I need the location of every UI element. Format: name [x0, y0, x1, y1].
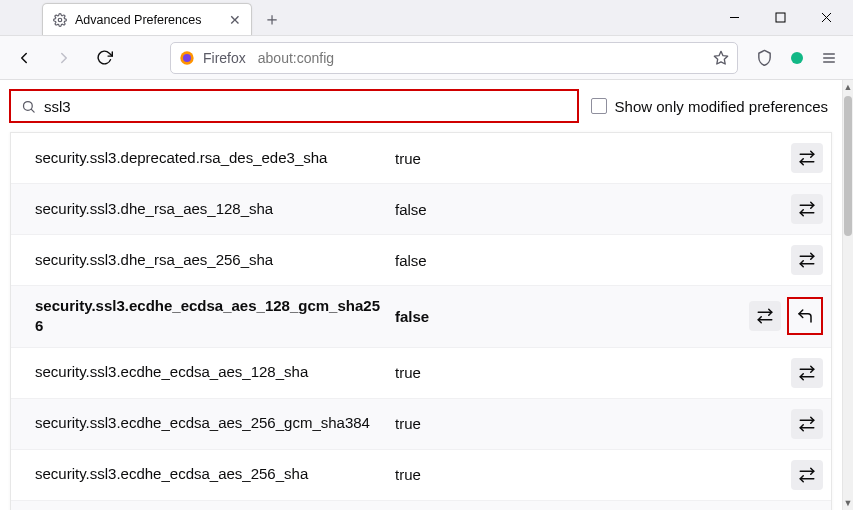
scrollbar-arrow-up-icon[interactable]: ▲	[843, 80, 853, 94]
toggle-icon	[798, 251, 816, 269]
svg-point-6	[183, 54, 191, 62]
pref-actions	[791, 143, 823, 173]
svg-rect-2	[776, 13, 785, 22]
gear-icon	[53, 13, 67, 27]
search-row: Show only modified preferences	[0, 80, 842, 132]
toggle-button[interactable]	[791, 460, 823, 490]
toggle-button[interactable]	[791, 245, 823, 275]
show-only-modified-label: Show only modified preferences	[615, 98, 828, 115]
svg-marker-7	[714, 51, 727, 64]
scrollbar-thumb[interactable]	[844, 96, 852, 236]
pref-value: true	[395, 150, 791, 167]
toggle-icon	[798, 364, 816, 382]
table-row: security.ssl3.ecdhe_ecdsa_aes_128_shatru…	[11, 348, 831, 399]
reset-highlight	[787, 297, 823, 335]
back-button[interactable]	[8, 42, 40, 74]
pocket-icon[interactable]	[756, 49, 773, 66]
tab-close-icon[interactable]: ✕	[229, 13, 241, 27]
toggle-button[interactable]	[791, 409, 823, 439]
pref-actions	[791, 245, 823, 275]
reset-button[interactable]	[792, 302, 818, 330]
search-icon	[21, 99, 36, 114]
toggle-button[interactable]	[791, 194, 823, 224]
toolbar-right-icons	[756, 49, 845, 66]
toggle-button[interactable]	[749, 301, 781, 331]
url-protocol-label: Firefox	[203, 50, 246, 66]
pref-actions	[791, 460, 823, 490]
pref-search-box[interactable]	[9, 89, 579, 123]
pref-value: false	[395, 308, 749, 325]
pref-actions	[791, 194, 823, 224]
tab-title: Advanced Preferences	[75, 13, 221, 27]
pref-name: security.ssl3.dhe_rsa_aes_128_sha	[35, 199, 395, 219]
pref-name: security.ssl3.dhe_rsa_aes_256_sha	[35, 250, 395, 270]
svg-line-13	[31, 109, 34, 112]
table-row: security.ssl3.deprecated.rsa_des_ede3_sh…	[11, 133, 831, 184]
window-maximize-button[interactable]	[757, 3, 803, 31]
table-row: security.ssl3.dhe_rsa_aes_128_shafalse	[11, 184, 831, 235]
toggle-icon	[798, 466, 816, 484]
pref-value: true	[395, 466, 791, 483]
pref-search-input[interactable]	[44, 98, 567, 115]
new-tab-button[interactable]: ＋	[258, 5, 286, 33]
bookmark-star-icon[interactable]	[713, 50, 729, 66]
table-row: security.ssl3.ecdhe_ecdsa_aes_256_shatru…	[11, 450, 831, 501]
pref-actions	[791, 358, 823, 388]
firefox-icon	[179, 50, 195, 66]
pref-table: security.ssl3.deprecated.rsa_des_ede3_sh…	[10, 132, 832, 510]
about-config-content: Show only modified preferences security.…	[0, 80, 842, 510]
pref-value: false	[395, 201, 791, 218]
svg-point-12	[24, 101, 33, 110]
pref-name: security.ssl3.ecdhe_ecdsa_aes_256_gcm_sh…	[35, 413, 395, 433]
vertical-scrollbar[interactable]: ▲ ▼	[842, 80, 853, 510]
toggle-icon	[756, 307, 774, 325]
pref-value: false	[395, 252, 791, 269]
url-bar[interactable]: Firefox about:config	[170, 42, 738, 74]
pref-name: security.ssl3.ecdhe_ecdsa_aes_256_sha	[35, 464, 395, 484]
svg-point-0	[58, 18, 62, 22]
table-row: security.ssl3.ecdhe_ecdsa_aes_256_gcm_sh…	[11, 399, 831, 450]
window-minimize-button[interactable]	[711, 3, 757, 31]
show-only-modified-toggle[interactable]: Show only modified preferences	[591, 98, 828, 115]
nav-toolbar: Firefox about:config	[0, 36, 853, 80]
url-path: about:config	[258, 50, 334, 66]
pref-value: true	[395, 415, 791, 432]
table-row: security.ssl3.ecdhe_ecdsa_aes_128_gcm_sh…	[11, 286, 831, 348]
show-only-modified-checkbox[interactable]	[591, 98, 607, 114]
pref-actions	[791, 409, 823, 439]
pref-name: security.ssl3.ecdhe_ecdsa_aes_128_sha	[35, 362, 395, 382]
reload-button[interactable]	[88, 42, 120, 74]
app-menu-icon[interactable]	[821, 50, 837, 66]
pref-name: security.ssl3.ecdhe_ecdsa_aes_128_gcm_sh…	[35, 296, 395, 337]
window-controls	[711, 3, 849, 31]
pref-name: security.ssl3.deprecated.rsa_des_ede3_sh…	[35, 148, 395, 168]
tab-strip: Advanced Preferences ✕ ＋	[0, 0, 711, 35]
toggle-icon	[798, 415, 816, 433]
window-titlebar: Advanced Preferences ✕ ＋	[0, 0, 853, 36]
toggle-button[interactable]	[791, 143, 823, 173]
svg-point-8	[791, 52, 803, 64]
table-row: security.ssl3.ecdhe_ecdsa_chacha20_poly1…	[11, 501, 831, 511]
toggle-icon	[798, 200, 816, 218]
toggle-icon	[798, 149, 816, 167]
pref-actions	[749, 297, 823, 335]
tab-advanced-preferences[interactable]: Advanced Preferences ✕	[42, 3, 252, 35]
extension-icon[interactable]	[789, 50, 805, 66]
window-close-button[interactable]	[803, 3, 849, 31]
undo-icon	[796, 307, 814, 325]
scrollbar-arrow-down-icon[interactable]: ▼	[843, 496, 853, 510]
forward-button[interactable]	[48, 42, 80, 74]
pref-value: true	[395, 364, 791, 381]
toggle-button[interactable]	[791, 358, 823, 388]
table-row: security.ssl3.dhe_rsa_aes_256_shafalse	[11, 235, 831, 286]
